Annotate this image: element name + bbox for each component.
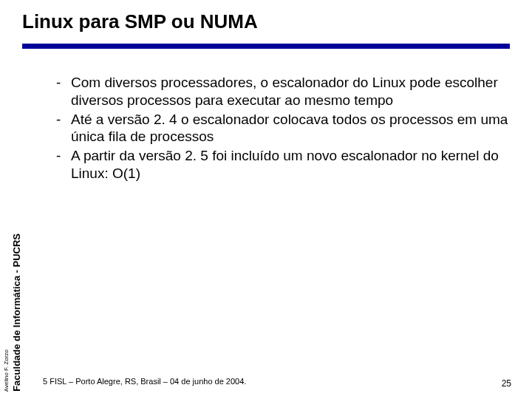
bullet-item: Com diversos processadores, o escalonado…	[52, 74, 510, 109]
author-label: Avelino F. Zorzo	[3, 347, 10, 392]
bullet-item: Até a versão 2. 4 o escalonador colocava…	[52, 111, 510, 146]
bullet-item: A partir da versão 2. 5 foi incluído um …	[52, 147, 510, 183]
page-number: 25	[502, 378, 511, 389]
footer-text: 5 FISL – Porto Alegre, RS, Brasil – 04 d…	[43, 377, 246, 386]
horizontal-rule	[22, 44, 510, 49]
title-area: Linux para SMP ou NUMA	[0, 0, 532, 33]
slide-content: Com diversos processadores, o escalonado…	[52, 74, 510, 184]
bullet-list: Com diversos processadores, o escalonado…	[52, 74, 510, 183]
institution-label: Faculdade de Informática - PUCRS	[11, 231, 22, 392]
sidebar-vertical-labels: Avelino F. Zorzo Faculdade de Informátic…	[3, 52, 33, 392]
slide-title: Linux para SMP ou NUMA	[22, 10, 532, 33]
